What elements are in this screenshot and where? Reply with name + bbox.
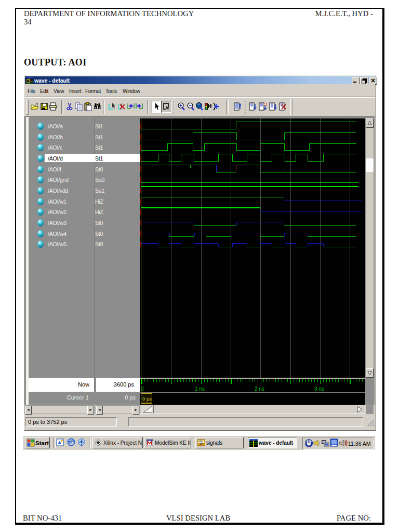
svg-text:0 ps: 0 ps <box>142 396 152 402</box>
svg-text:0: 0 <box>141 386 144 392</box>
svg-text:1 ns: 1 ns <box>195 386 205 392</box>
svg-text:JPT: JPT <box>199 443 204 446</box>
svg-text:e: e <box>69 439 72 445</box>
svg-text:2 ns: 2 ns <box>255 386 264 392</box>
svg-text:3 ns: 3 ns <box>314 386 324 392</box>
